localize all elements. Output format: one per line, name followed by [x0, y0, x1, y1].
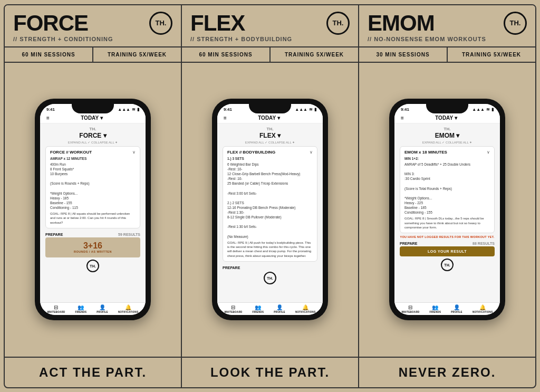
workout-section-force: AMRAP x 12 MINUTES: [50, 156, 136, 161]
today-label-force[interactable]: TODAY ▾: [81, 115, 103, 121]
status-icons-force: ▲▲▲ ≋ ▮: [118, 107, 139, 112]
bottom-nav-force: ⊟ WHITEBOARD 👥 FRIENDS 👤 PROFILE 🔔: [40, 302, 146, 315]
battery-icon: ▮: [314, 107, 316, 112]
prepare-label-flex[interactable]: PREPARE: [223, 266, 240, 270]
nav-friends-emom[interactable]: 👥 FRIENDS: [429, 304, 441, 313]
stat1-flex: 60 MIN SESSIONS: [182, 47, 271, 62]
workout-card-flex: FLEX // BODYBUILDING ∨ 1.) 3 SETS 6 Weig…: [223, 146, 317, 262]
workout-goal-force: GOAL: RPE 8 | All squats should be perfo…: [50, 212, 136, 225]
workout-lines-emom: AMRAP of 5 Deadlifts* + 25 Double Unders…: [404, 162, 490, 215]
prepare-label-force[interactable]: PREPARE: [45, 233, 63, 236]
nav-whiteboard-force[interactable]: ⊟ WHITEBOARD: [47, 304, 65, 313]
prepare-row-emom: PREPARE 88 RESULTS: [400, 240, 495, 246]
phone-area-emom: 9:41 ▲▲▲ ≋ ▮ ≡ TODAY ▾ TH. EMO: [359, 63, 535, 357]
phone-nav-emom: ≡ TODAY ▾: [394, 113, 500, 123]
stat2-emom: TRAINING 5X/WEEK: [448, 47, 535, 62]
status-icons-emom: ▲▲▲ ≋ ▮: [472, 107, 494, 112]
phone-notch-force: [72, 104, 114, 113]
stat1-force: 60 MIN SESSIONS: [5, 47, 93, 62]
phone-nav-force: ≡ TODAY ▾: [40, 113, 146, 123]
hamburger-icon[interactable]: ≡: [401, 115, 404, 121]
wifi-icon: ≋: [486, 107, 490, 112]
column-emom: EMOM TH. // NO-NONSENSE EMOM WORKOUTS 30…: [359, 5, 535, 357]
col-header-force: FORCE TH. // STRENGTH + CONDITIONING: [5, 5, 181, 47]
subtitle-flex: // STRENGTH + BODYBUILDING: [190, 36, 350, 42]
workout-lines-force: 400m Run8 Front Squats*10 Burpees(Score …: [50, 162, 136, 210]
signal-icon: ▲▲▲: [295, 107, 307, 112]
battery-icon: ▮: [137, 107, 139, 112]
workout-section-flex: 1.) 3 SETS: [227, 156, 313, 161]
log-button-emom[interactable]: LOG YOUR RESULT: [400, 246, 495, 256]
today-label-flex[interactable]: TODAY ▾: [258, 115, 280, 121]
phone-notch-flex: [249, 104, 291, 113]
phone-emom: 9:41 ▲▲▲ ≋ ▮ ≡ TODAY ▾ TH. EMO: [389, 99, 505, 320]
workout-goal-emom: GOAL: RPE 8 | Smooth DLs today...the 5 r…: [404, 216, 490, 230]
nav-whiteboard-emom[interactable]: ⊟ WHITEBOARD: [401, 304, 419, 313]
signal-icon: ▲▲▲: [118, 107, 130, 112]
stat2-flex: TRAINING 5X/WEEK: [271, 47, 358, 62]
chevron-down-icon[interactable]: ∨: [132, 150, 136, 155]
app-brand-flex: TH.: [223, 127, 317, 131]
hamburger-icon[interactable]: ≡: [46, 115, 50, 121]
phone-nav-flex: ≡ TODAY ▾: [217, 113, 323, 123]
hamburger-icon[interactable]: ≡: [224, 115, 227, 121]
nav-notifications-force[interactable]: 🔔 NOTIFICATIONS: [118, 304, 139, 313]
bottom-tag-0: ACT THE PART.: [5, 358, 182, 387]
brand-name-force: FORCE: [13, 12, 88, 34]
nav-notifications-emom[interactable]: 🔔 NOTIFICATIONS: [472, 304, 493, 313]
phone-screen-emom: 9:41 ▲▲▲ ≋ ▮ ≡ TODAY ▾ TH. EMO: [394, 104, 500, 315]
nav-friends-force[interactable]: 👥 FRIENDS: [75, 304, 86, 313]
brand-row-emom: EMOM TH.: [368, 12, 527, 35]
col-header-flex: FLEX TH. // STRENGTH + BODYBUILDING: [182, 5, 358, 47]
expand-row-force: EXPAND ALL ✓ COLLAPSE ALL ✦: [45, 140, 140, 144]
chevron-down-icon[interactable]: ∨: [310, 150, 313, 155]
nav-profile-flex[interactable]: 👤 PROFILE: [274, 304, 285, 313]
profile-icon: 👤: [454, 304, 460, 310]
bottom-nav-emom: ⊟ WHITEBOARD 👥 FRIENDS 👤 PROFILE 🔔: [394, 302, 500, 315]
nav-friends-flex[interactable]: 👥 FRIENDS: [252, 304, 264, 313]
not-logged-text-emom: YOU HAVE NOT LOGGED RESULTS FOR THIS WOR…: [400, 235, 495, 238]
th-badge-emom: TH.: [504, 12, 527, 35]
workout-lines-flex: 6 Weighted Bar Dips-Rest :10-12 Close-Gr…: [227, 162, 313, 239]
phone-screen-force: 9:41 ▲▲▲ ≋ ▮ ≡ TODAY ▾ TH. FOR: [40, 104, 146, 315]
subtitle-force: // STRENGTH + CONDITIONING: [13, 36, 172, 42]
th-circle-flex: TH.: [264, 272, 276, 284]
friends-icon: 👥: [432, 304, 438, 310]
nav-profile-emom[interactable]: 👤 PROFILE: [451, 304, 462, 313]
today-label-emom[interactable]: TODAY ▾: [435, 115, 457, 121]
col-header-emom: EMOM TH. // NO-NONSENSE EMOM WORKOUTS: [359, 5, 535, 47]
result-box-force: 3+16 ROUNDS / AS WRITTEN: [45, 237, 140, 257]
phone-force: 9:41 ▲▲▲ ≋ ▮ ≡ TODAY ▾ TH. FOR: [35, 99, 151, 320]
profile-icon: 👤: [99, 304, 105, 310]
friends-icon: 👥: [255, 304, 261, 310]
app-title-flex: FLEX ▾: [223, 132, 317, 139]
notifications-icon: 🔔: [125, 304, 131, 310]
brand-row-force: FORCE TH.: [13, 12, 172, 35]
phone-area-flex: 9:41 ▲▲▲ ≋ ▮ ≡ TODAY ▾ TH. FLE: [182, 63, 358, 357]
phone-content-force: TH. FORCE ▾ EXPAND ALL ✓ COLLAPSE ALL ✦ …: [40, 123, 146, 302]
status-icons-flex: ▲▲▲ ≋ ▮: [295, 107, 316, 112]
profile-icon: 👤: [276, 304, 283, 310]
wifi-icon: ≋: [309, 107, 313, 112]
app-title-force: FORCE ▾: [45, 132, 140, 139]
chevron-down-icon[interactable]: ∨: [487, 150, 490, 155]
column-force: FORCE TH. // STRENGTH + CONDITIONING 60 …: [5, 5, 182, 357]
nav-whiteboard-flex[interactable]: ⊟ WHITEBOARD: [224, 304, 242, 313]
expand-row-flex: EXPAND ALL ✓ COLLAPSE ALL ✦: [223, 140, 317, 144]
th-circle-force: TH.: [86, 260, 99, 272]
nav-profile-force[interactable]: 👤 PROFILE: [97, 304, 108, 313]
result-sub-force: ROUNDS / AS WRITTEN: [50, 250, 136, 253]
app-wrapper: FORCE TH. // STRENGTH + CONDITIONING 60 …: [4, 4, 536, 388]
nav-notifications-flex[interactable]: 🔔 NOTIFICATIONS: [295, 304, 316, 313]
whiteboard-icon: ⊟: [54, 304, 58, 310]
phone-flex: 9:41 ▲▲▲ ≋ ▮ ≡ TODAY ▾ TH. FLE: [212, 99, 328, 320]
result-big-force: 3+16: [50, 242, 136, 250]
subtitle-emom: // NO-NONSENSE EMOM WORKOUTS: [368, 36, 527, 42]
workout-card-header-flex: FLEX // BODYBUILDING ∨: [227, 150, 313, 155]
bottom-taglines-row: ACT THE PART.LOOK THE PART.NEVER ZERO.: [5, 357, 535, 387]
workout-title-force: FORCE // WORKOUT: [50, 150, 92, 155]
battery-icon: ▮: [491, 107, 494, 112]
whiteboard-icon: ⊟: [408, 304, 412, 310]
prepare-label-emom[interactable]: PREPARE: [400, 242, 417, 245]
workout-card-emom: EMOM x 18 MINUTES ∨ MIN 1+2: AMRAP of 5 …: [400, 146, 495, 233]
